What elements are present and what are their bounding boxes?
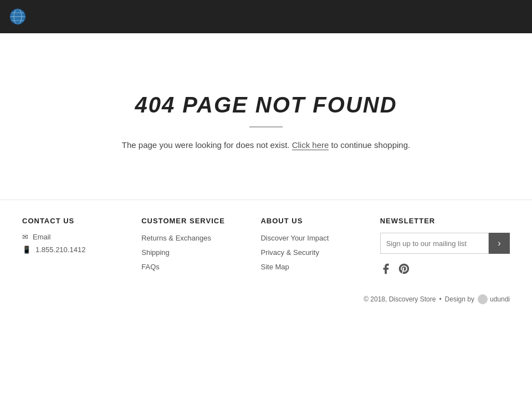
footer-contact-col: CONTACT US ✉ Email 📱 1.855.210.1412 <box>22 217 130 278</box>
returns-link[interactable]: Returns & Exchanges <box>141 234 211 242</box>
footer-newsletter-col: NEWSLETTER › <box>380 217 510 278</box>
social-icons <box>380 263 510 278</box>
list-item: Site Map <box>260 262 369 272</box>
footer-columns: CONTACT US ✉ Email 📱 1.855.210.1412 CUST… <box>22 217 510 278</box>
customer-service-list: Returns & Exchanges Shipping FAQs <box>141 233 249 272</box>
faqs-link[interactable]: FAQs <box>141 263 160 271</box>
about-title: ABOUT US <box>260 217 369 225</box>
email-contact: ✉ Email <box>22 233 130 241</box>
footer-bottom: © 2018, Discovery Store • Design by udun… <box>22 294 510 304</box>
click-here-link[interactable]: Click here <box>292 140 329 150</box>
footer-about-col: ABOUT US Discover Your Impact Privacy & … <box>260 217 369 278</box>
newsletter-form: › <box>380 233 510 254</box>
list-item: FAQs <box>141 262 249 272</box>
udundi-circle-icon <box>478 294 488 304</box>
list-item: Returns & Exchanges <box>141 233 249 243</box>
header <box>0 0 532 33</box>
customer-service-title: CUSTOMER SERVICE <box>141 217 249 225</box>
about-list: Discover Your Impact Privacy & Security … <box>260 233 369 272</box>
copyright-text: © 2018, Discovery Store <box>364 295 436 303</box>
error-message-before: The page you were looking for does not e… <box>122 140 290 150</box>
divider <box>249 126 283 127</box>
contact-title: CONTACT US <box>22 217 130 225</box>
facebook-icon[interactable] <box>380 263 392 278</box>
error-title: 404 PAGE NOT FOUND <box>135 93 397 117</box>
list-item: Shipping <box>141 247 249 257</box>
separator: • <box>439 295 441 303</box>
footer-customer-service-col: CUSTOMER SERVICE Returns & Exchanges Shi… <box>141 217 249 278</box>
email-link[interactable]: Email <box>33 233 51 241</box>
udundi-name: udundi <box>490 295 510 303</box>
globe-icon <box>9 8 27 25</box>
design-by-text: Design by <box>445 295 474 303</box>
pinterest-icon[interactable] <box>398 263 410 278</box>
site-map-link[interactable]: Site Map <box>260 263 289 271</box>
error-message: The page you were looking for does not e… <box>122 139 410 152</box>
newsletter-title: NEWSLETTER <box>380 217 510 225</box>
privacy-security-link[interactable]: Privacy & Security <box>260 248 319 257</box>
logo[interactable] <box>9 8 27 25</box>
discover-impact-link[interactable]: Discover Your Impact <box>260 234 329 242</box>
main-content: 404 PAGE NOT FOUND The page you were loo… <box>0 33 532 200</box>
udundi-logo: udundi <box>478 294 510 304</box>
shipping-link[interactable]: Shipping <box>141 248 170 257</box>
error-message-after: to continue shopping. <box>331 140 411 150</box>
footer: CONTACT US ✉ Email 📱 1.855.210.1412 CUST… <box>0 200 532 321</box>
arrow-right-icon: › <box>498 238 500 248</box>
newsletter-input[interactable] <box>380 233 489 254</box>
list-item: Discover Your Impact <box>260 233 369 243</box>
email-icon: ✉ <box>22 233 28 241</box>
newsletter-submit-button[interactable]: › <box>489 233 510 254</box>
list-item: Privacy & Security <box>260 247 369 257</box>
phone-icon: 📱 <box>22 245 31 254</box>
phone-number: 1.855.210.1412 <box>35 245 85 254</box>
phone-contact: 📱 1.855.210.1412 <box>22 245 130 254</box>
